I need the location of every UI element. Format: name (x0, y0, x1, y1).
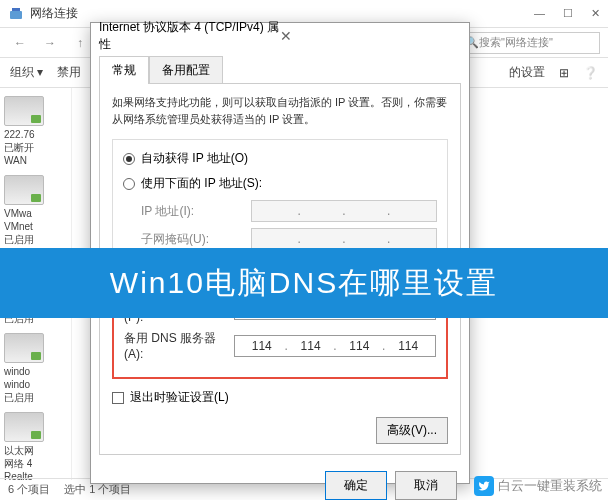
tab-alternate[interactable]: 备用配置 (149, 56, 223, 84)
back-button[interactable]: ← (8, 31, 32, 55)
description-text: 如果网络支持此功能，则可以获取自动指派的 IP 设置。否则，你需要从网络系统管理… (112, 94, 448, 127)
dialog-title-bar: Internet 协议版本 4 (TCP/IPv4) 属性 ✕ (91, 23, 469, 49)
list-item[interactable]: VMwa VMnet 已启用 (4, 175, 67, 246)
close-button[interactable]: ✕ (591, 7, 600, 20)
ip-address-input: . . . (251, 200, 437, 222)
list-item[interactable]: windo windo 已启用 (4, 333, 67, 404)
dialog-buttons: 确定 取消 (91, 463, 469, 500)
view-icon[interactable]: ⊞ (559, 66, 569, 80)
disable-button[interactable]: 禁用 (57, 64, 81, 81)
list-item[interactable]: 222.76 已断开 WAN (4, 96, 67, 167)
radio-icon (123, 178, 135, 190)
list-item[interactable]: 以太网 网络 4 Realte (4, 412, 67, 483)
search-placeholder: 搜索"网络连接" (479, 35, 553, 50)
checkbox-icon (112, 392, 124, 404)
alt-dns-label: 备用 DNS 服务器(A): (124, 330, 234, 361)
ok-button[interactable]: 确定 (325, 471, 387, 500)
radio-manual-ip[interactable]: 使用下面的 IP 地址(S): (123, 175, 437, 192)
subnet-mask-input: . . . (251, 228, 437, 250)
watermark-text: 白云一键重装系统 (498, 477, 602, 495)
advanced-button[interactable]: 高级(V)... (376, 417, 448, 444)
cancel-button[interactable]: 取消 (395, 471, 457, 500)
dialog-title: Internet 协议版本 4 (TCP/IPv4) 属性 (99, 19, 280, 53)
maximize-button[interactable]: ☐ (563, 7, 573, 20)
adapter-icon (4, 175, 44, 205)
validate-checkbox-row[interactable]: 退出时验证设置(L) (112, 389, 448, 406)
svg-rect-0 (10, 11, 22, 19)
close-icon[interactable]: ✕ (280, 28, 461, 44)
banner-text: Win10电脑DNS在哪里设置 (110, 263, 498, 304)
adapter-icon (4, 96, 44, 126)
banner-overlay: Win10电脑DNS在哪里设置 (0, 248, 608, 318)
help-icon[interactable]: ❔ (583, 66, 598, 80)
ip-address-label: IP 地址(I): (141, 203, 251, 220)
connection-settings-label[interactable]: 的设置 (509, 64, 545, 81)
search-input[interactable]: 🔍 搜索"网络连接" (460, 32, 600, 54)
alt-dns-input[interactable]: 114. 114. 114. 114 (234, 335, 436, 357)
tab-strip: 常规 备用配置 (91, 49, 469, 83)
organize-menu[interactable]: 组织 ▾ (10, 64, 43, 81)
minimize-button[interactable]: — (534, 7, 545, 20)
forward-button[interactable]: → (38, 31, 62, 55)
item-count: 6 个项目 (8, 482, 50, 497)
up-button[interactable]: ↑ (68, 31, 92, 55)
window-icon (8, 6, 24, 22)
watermark-icon (474, 476, 494, 496)
subnet-mask-label: 子网掩码(U): (141, 231, 251, 248)
adapter-icon (4, 412, 44, 442)
adapter-icon (4, 333, 44, 363)
radio-icon (123, 153, 135, 165)
radio-auto-ip[interactable]: 自动获得 IP 地址(O) (123, 150, 437, 167)
watermark: 白云一键重装系统 (474, 476, 602, 496)
tab-general[interactable]: 常规 (99, 56, 149, 84)
svg-rect-1 (12, 8, 20, 11)
